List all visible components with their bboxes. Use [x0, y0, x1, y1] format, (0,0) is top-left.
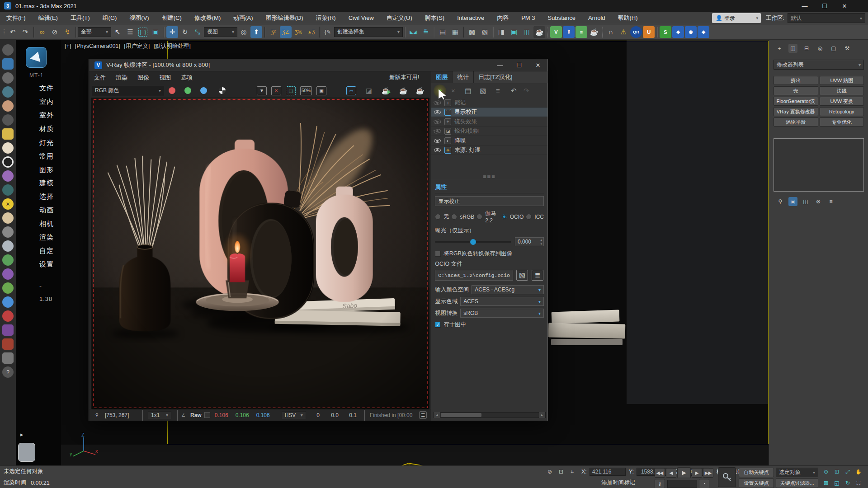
visibility-eye-icon[interactable] [434, 128, 441, 134]
scroll-right-icon[interactable]: ▸ [539, 412, 545, 418]
menu-rendering[interactable]: 渲染(R) [310, 14, 342, 22]
set-keys-big-button[interactable] [718, 467, 736, 487]
layer-redo-icon[interactable] [520, 85, 532, 97]
sidebar-item-files[interactable]: 文件 [39, 84, 54, 93]
plugin-icon[interactable] [2, 114, 14, 126]
select-and-move-icon[interactable] [166, 26, 178, 38]
save-image-icon[interactable] [257, 86, 267, 95]
reference-coordinate-dropdown[interactable]: 视图 [204, 27, 237, 37]
set-key-button[interactable]: 设置关键点 [739, 479, 774, 488]
plugin-icon[interactable] [2, 268, 14, 280]
maximize-viewport-icon[interactable] [854, 479, 863, 488]
convert-checkbox[interactable] [435, 251, 441, 257]
fit-window-icon[interactable] [316, 86, 326, 95]
select-by-name-icon[interactable] [124, 26, 136, 38]
zoom-extents-all-icon[interactable] [821, 479, 830, 488]
vray-frame-buffer-window[interactable]: V V-Ray 帧缓冲区 - [100.0% of 800 x 800] — ☐… [89, 59, 548, 421]
u-plugin-icon[interactable] [643, 26, 655, 38]
curve-mode-icon[interactable] [179, 411, 187, 419]
panel-splitter[interactable]: ▦▦▦ [431, 155, 547, 180]
pin-stack-icon[interactable] [776, 197, 785, 206]
vfb-render-image[interactable]: Sabo [91, 98, 429, 409]
plugin-icon[interactable] [2, 240, 14, 252]
utilities-tab-icon[interactable] [843, 44, 852, 53]
selection-lock-icon[interactable] [557, 467, 566, 476]
tab-stats[interactable]: 统计 [453, 71, 474, 83]
convert-checkbox-row[interactable]: 将RGB原色转换保存到图像 [435, 250, 544, 258]
snap-toggle-3d-icon[interactable] [267, 26, 279, 38]
menu-modifiers[interactable]: 修改器(M) [188, 14, 227, 22]
visibility-eye-icon[interactable] [434, 139, 441, 143]
select-and-rotate-icon[interactable] [179, 26, 191, 38]
schematic-view-icon[interactable] [479, 26, 491, 38]
ocio-options-icon[interactable] [532, 270, 543, 281]
viewport-menu-shading[interactable]: [默认明暗处理] [154, 43, 191, 49]
select-object-icon[interactable] [112, 26, 123, 38]
modifier-prooptimizer-button[interactable]: 专业优化 [820, 117, 864, 127]
script-plugin-icon[interactable] [660, 26, 671, 38]
display-gamut-dropdown[interactable]: ACES [460, 297, 544, 306]
modifier-vraydisplacement-button[interactable]: VRay 置换修改器 [774, 107, 818, 116]
sidebar-item-settings[interactable]: 设置 [39, 260, 54, 269]
red-channel-toggle[interactable] [169, 87, 175, 94]
go-to-end-icon[interactable]: ▶▶ [703, 468, 713, 478]
color-swatch[interactable] [18, 443, 35, 462]
menu-file[interactable]: 文件(F) [0, 14, 32, 22]
interactive-render-icon[interactable] [380, 85, 392, 97]
add-time-tag[interactable]: 添加时间标记 [601, 479, 635, 487]
modify-tab-icon[interactable] [788, 44, 797, 53]
zoom-extents-icon[interactable] [832, 467, 841, 476]
help-question-icon[interactable]: ? [2, 366, 14, 378]
exposure-spinner[interactable]: 0.000 [515, 237, 544, 246]
workspace-dropdown[interactable]: 默认 [788, 13, 865, 23]
vfb-title-bar[interactable]: V V-Ray 帧缓冲区 - [100.0% of 800 x 800] — ☐… [89, 59, 547, 71]
vray-upload-icon[interactable] [563, 26, 575, 38]
next-frame-icon[interactable]: ▶ [692, 468, 702, 478]
stop-render-icon[interactable] [397, 85, 409, 97]
bake-checkbox[interactable] [435, 322, 441, 328]
pixel-probe-icon[interactable] [93, 411, 101, 419]
modifier-extrude-button[interactable]: 挤出 [774, 76, 818, 85]
radio-none[interactable] [435, 214, 441, 220]
menu-civil-view[interactable]: Civil View [342, 14, 380, 21]
x-coordinate-field[interactable]: 421.116 [590, 468, 626, 476]
curve-editor-icon[interactable] [466, 26, 478, 38]
edit-named-selection-icon[interactable] [322, 26, 334, 38]
key-mode-toggle-icon[interactable]: ⚷ [655, 479, 665, 488]
plugin-icon[interactable] [2, 296, 14, 308]
menu-group[interactable]: 组(G) [96, 14, 123, 22]
scroll-left-icon[interactable]: ◂ [434, 412, 440, 418]
green-channel-toggle[interactable] [184, 87, 191, 94]
layer-row-lens-effects[interactable]: 镜头效果 [431, 117, 547, 127]
zoom-50-icon[interactable]: 50% [300, 86, 312, 95]
sidebar-item-select[interactable]: 选择 [39, 192, 54, 201]
exposure-slider[interactable] [435, 241, 511, 243]
render-last-icon[interactable] [363, 85, 375, 97]
layer-row-denoise[interactable]: 降噪 [431, 136, 547, 145]
modifier-retopology-button[interactable]: Retopology [820, 107, 864, 116]
vfb-menu-view[interactable]: 视图 [154, 74, 176, 82]
select-and-scale-icon[interactable] [192, 26, 203, 38]
modifier-uvwmap-button[interactable]: UVW 贴图 [820, 76, 864, 85]
vfb-menu-render[interactable]: 渲染 [111, 74, 132, 82]
use-pivot-center-icon[interactable] [238, 26, 250, 38]
viewport-menu-camera[interactable]: [PhysCamera001] [75, 43, 120, 49]
modifier-uvwxform-button[interactable]: UVW 变换 [820, 97, 864, 106]
percent-snap-toggle-icon[interactable] [292, 26, 304, 38]
close-button[interactable]: ✕ [835, 0, 854, 12]
bake-checkbox-row[interactable]: 存于图中 [435, 321, 544, 328]
warning-icon[interactable] [618, 26, 629, 38]
material-editor-icon[interactable] [495, 26, 507, 38]
modifier-turbosmooth-button[interactable]: 涡轮平滑 [774, 117, 818, 127]
plugin-icon[interactable] [2, 58, 14, 70]
sidebar-item-modeling[interactable]: 建模 [39, 179, 54, 188]
layer-row-display-correction[interactable]: 显示校正 [431, 108, 547, 117]
render-icon[interactable] [414, 85, 426, 97]
vfb-log-icon[interactable] [419, 411, 427, 419]
key-filters-button[interactable]: 关键点过滤器... [776, 479, 818, 488]
plugin-icon[interactable] [2, 254, 14, 266]
region-render-icon[interactable] [286, 86, 296, 95]
field-of-view-icon[interactable] [832, 479, 841, 488]
display-tab-icon[interactable] [829, 44, 838, 53]
auto-key-button[interactable]: 自动关键点 [739, 468, 774, 477]
